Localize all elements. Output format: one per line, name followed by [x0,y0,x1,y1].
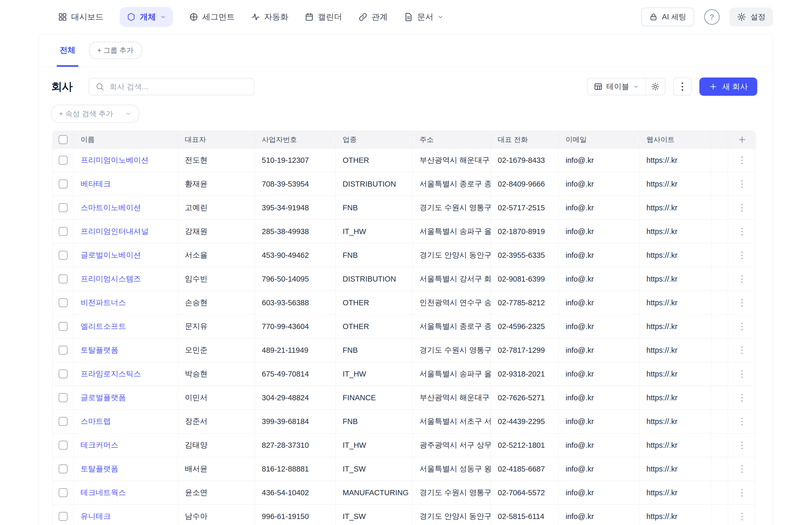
cell-website[interactable]: https://.kr [639,220,711,243]
row-checkbox[interactable] [59,393,67,402]
cell-email[interactable]: info@.kr [559,196,639,220]
row-checkbox[interactable] [59,464,67,473]
cell-address[interactable]: 서울특별시 송파구 올… [412,362,491,386]
header-phone[interactable]: 대표 전화 [491,131,559,148]
cell-phone[interactable]: 02-9318-2021 [491,362,559,386]
cell-website[interactable]: https://.kr [639,267,711,291]
cell-biz-no[interactable]: 996-61-19150 [255,505,335,525]
header-address[interactable]: 주소 [412,131,491,148]
header-website[interactable]: 웹사이트 [639,131,711,148]
cell-ceo[interactable]: 윤소연 [178,481,255,505]
row-actions-button[interactable] [728,457,756,481]
row-actions-button[interactable] [728,172,756,196]
cell-website[interactable]: https://.kr [639,149,711,172]
nav-item-automation[interactable]: 자동화 [251,12,288,22]
row-checkbox[interactable] [59,180,67,189]
cell-ceo[interactable]: 임수빈 [178,267,255,291]
cell-email[interactable]: info@.kr [559,433,639,457]
cell-website[interactable]: https://.kr [639,243,711,267]
cell-phone[interactable]: 02-1679-8433 [491,149,559,172]
cell-website[interactable]: https://.kr [639,386,711,409]
cell-industry[interactable]: FNB [335,339,412,362]
company-name-link[interactable]: 글로벌이노베이션 [81,250,141,260]
cell-ceo[interactable]: 고예린 [178,196,255,220]
cell-industry[interactable]: FNB [335,196,412,220]
row-actions-button[interactable] [728,243,756,267]
cell-phone[interactable]: 02-4185-6687 [491,457,559,481]
cell-biz-no[interactable]: 489-21-11949 [255,339,335,362]
cell-ceo[interactable]: 박승현 [178,362,255,386]
tab-all[interactable]: 전체 [58,34,77,66]
cell-email[interactable]: info@.kr [559,339,639,362]
cell-website[interactable]: https://.kr [639,196,711,220]
cell-address[interactable]: 광주광역시 서구 상무… [412,433,491,457]
row-actions-button[interactable] [728,505,756,525]
header-biz-no[interactable]: 사업자번호 [255,131,335,148]
cell-email[interactable]: info@.kr [559,243,639,267]
cell-phone[interactable]: 02-5717-2515 [491,196,559,220]
cell-biz-no[interactable]: 436-54-10402 [255,481,335,505]
row-checkbox[interactable] [59,227,67,236]
cell-ceo[interactable]: 이민서 [178,386,255,409]
cell-address[interactable]: 서울특별시 성동구 왕… [412,457,491,481]
nav-item-dashboard[interactable]: 대시보드 [58,12,104,22]
company-name-link[interactable]: 엘리트소프트 [81,321,126,332]
cell-industry[interactable]: DISTRIBUTION [335,172,412,196]
company-name-link[interactable]: 프라임로지스틱스 [81,369,141,379]
cell-website[interactable]: https://.kr [639,172,711,196]
cell-ceo[interactable]: 배서윤 [178,457,255,481]
cell-address[interactable]: 경기도 수원시 영통구 … [412,481,491,505]
cell-ceo[interactable]: 전도현 [178,149,255,172]
cell-email[interactable]: info@.kr [559,149,639,172]
select-all-checkbox[interactable] [59,135,67,144]
company-name-link[interactable]: 테크네트웍스 [81,487,126,498]
row-actions-button[interactable] [728,196,756,220]
row-checkbox[interactable] [59,322,67,331]
nav-item-relations[interactable]: 관계 [358,12,388,22]
cell-email[interactable]: info@.kr [559,172,639,196]
cell-ceo[interactable]: 황재윤 [178,172,255,196]
cell-ceo[interactable]: 장준서 [178,410,255,433]
cell-phone[interactable]: 02-5212-1801 [491,433,559,457]
cell-biz-no[interactable]: 796-50-14095 [255,267,335,291]
cell-website[interactable]: https://.kr [639,505,711,525]
company-name-link[interactable]: 글로벌플랫폼 [81,392,126,403]
cell-industry[interactable]: IT_SW [335,505,412,525]
cell-phone[interactable]: 02-9081-6399 [491,267,559,291]
cell-ceo[interactable]: 문지유 [178,315,255,338]
header-ceo[interactable]: 대표자 [178,131,255,148]
row-checkbox[interactable] [59,417,67,426]
header-name[interactable]: 이름 [74,131,178,148]
cell-address[interactable]: 부산광역시 해운대구 … [412,386,491,409]
cell-ceo[interactable]: 서소율 [178,243,255,267]
cell-website[interactable]: https://.kr [639,339,711,362]
nav-item-segments[interactable]: 세그먼트 [189,12,235,22]
row-actions-button[interactable] [728,362,756,386]
company-name-link[interactable]: 토탈플랫폼 [81,464,119,474]
cell-industry[interactable]: OTHER [335,149,412,172]
row-actions-button[interactable] [728,267,756,291]
cell-website[interactable]: https://.kr [639,315,711,338]
company-search-input[interactable] [109,82,248,91]
cell-phone[interactable]: 02-7817-1299 [491,339,559,362]
row-actions-button[interactable] [728,481,756,505]
header-email[interactable]: 이메일 [559,131,639,148]
cell-phone[interactable]: 02-4439-2295 [491,410,559,433]
row-checkbox[interactable] [59,298,67,307]
cell-phone[interactable]: 02-4596-2325 [491,315,559,338]
cell-email[interactable]: info@.kr [559,315,639,338]
cell-address[interactable]: 경기도 수원시 영통구 … [412,196,491,220]
cell-phone[interactable]: 02-3955-6335 [491,243,559,267]
company-name-link[interactable]: 유니테크 [81,511,111,522]
cell-ceo[interactable]: 남수아 [178,505,255,525]
company-name-link[interactable]: 테크커머스 [81,440,119,450]
row-checkbox[interactable] [59,203,67,212]
cell-address[interactable]: 서울특별시 서초구 서… [412,410,491,433]
row-actions-button[interactable] [728,149,756,172]
ai-settings-button[interactable]: AI 세팅 [641,7,694,26]
cell-biz-no[interactable]: 304-29-48824 [255,386,335,409]
cell-email[interactable]: info@.kr [559,291,639,314]
row-actions-button[interactable] [728,339,756,362]
cell-biz-no[interactable]: 770-99-43604 [255,315,335,338]
cell-industry[interactable]: FNB [335,243,412,267]
